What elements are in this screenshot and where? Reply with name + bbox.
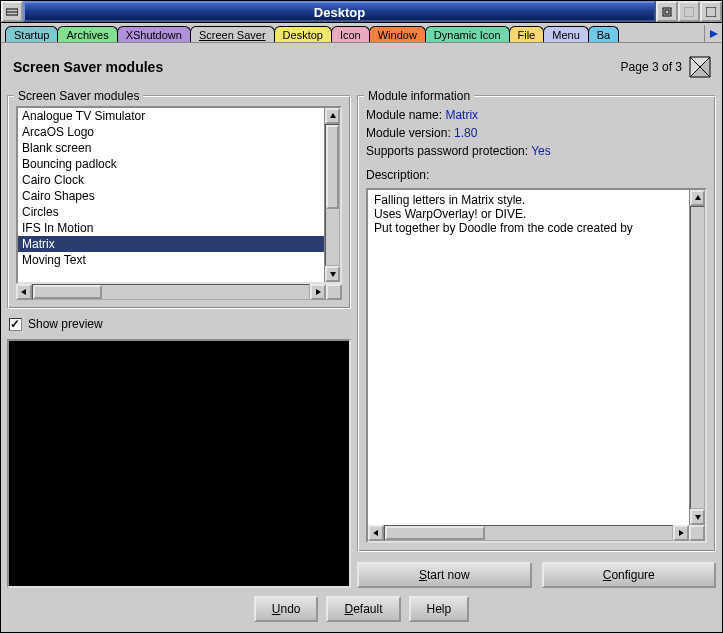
list-item[interactable]: Analogue TV Simulator (18, 108, 324, 124)
svg-marker-11 (330, 272, 336, 277)
preview-area (7, 339, 351, 588)
list-item[interactable]: Blank screen (18, 140, 324, 156)
tab-dynamic-icon[interactable]: Dynamic Icon (425, 26, 510, 42)
tab-ba[interactable]: Ba (588, 26, 619, 42)
arrow-left-icon (20, 288, 28, 296)
show-preview-label: Show preview (28, 317, 103, 331)
minimize-button[interactable] (656, 1, 678, 22)
page-flip-icon[interactable] (688, 55, 712, 79)
tab-scroll-right[interactable] (704, 25, 722, 42)
close-button[interactable] (700, 1, 722, 22)
desc-hscrollbar[interactable] (368, 525, 705, 541)
list-item[interactable]: Cairo Clock (18, 172, 324, 188)
svg-marker-16 (373, 530, 378, 536)
scroll-track[interactable] (690, 206, 705, 509)
hscroll-thumb[interactable] (385, 526, 485, 540)
arrow-up-icon (329, 112, 337, 120)
module-version-label: Module version: (366, 126, 451, 140)
svg-marker-12 (21, 289, 26, 295)
scroll-down-button[interactable] (325, 266, 340, 282)
list-item[interactable]: Matrix (18, 236, 324, 252)
scroll-right-button[interactable] (673, 525, 689, 541)
arrow-right-icon (677, 529, 685, 537)
hscroll-track[interactable] (32, 284, 310, 300)
list-item[interactable]: ArcaOS Logo (18, 124, 324, 140)
scroll-left-button[interactable] (16, 284, 32, 300)
list-item[interactable]: Bouncing padlock (18, 156, 324, 172)
svg-rect-5 (706, 7, 716, 17)
info-group: Module information Module name: Matrix M… (357, 95, 716, 552)
system-menu-icon (6, 7, 18, 17)
list-item[interactable]: Moving Text (18, 252, 324, 268)
tab-row: StartupArchivesXShutdownScreen SaverDesk… (1, 23, 722, 43)
hscroll-thumb[interactable] (33, 285, 102, 299)
help-button[interactable]: Help (409, 596, 470, 622)
modules-vscrollbar[interactable] (324, 108, 340, 282)
list-item[interactable]: Cairo Shapes (18, 188, 324, 204)
action-button-row: Start now Configure (357, 552, 716, 588)
page-indicator: Page 3 of 3 (621, 60, 682, 74)
titlebar: Desktop (1, 1, 722, 23)
tab-desktop[interactable]: Desktop (274, 26, 332, 42)
desc-vscrollbar[interactable] (689, 190, 705, 525)
page-header: Screen Saver modules Page 3 of 3 (7, 49, 716, 89)
module-pwd-label: Supports password protection: (366, 144, 528, 158)
description-label: Description: (366, 166, 707, 184)
description-line: Put together by Doodle from the code cre… (374, 221, 683, 235)
arrow-down-icon (694, 513, 702, 521)
description-line: Falling letters in Matrix style. (374, 193, 683, 207)
tab-menu[interactable]: Menu (543, 26, 589, 42)
module-name-label: Module name: (366, 108, 442, 122)
description-box: Falling letters in Matrix style.Uses War… (366, 188, 707, 543)
dialog-body: Screen Saver modules Page 3 of 3 Screen … (1, 43, 722, 632)
list-item[interactable]: Circles (18, 204, 324, 220)
arrow-right-icon (709, 29, 719, 39)
svg-marker-14 (695, 195, 701, 200)
list-item[interactable]: IFS In Motion (18, 220, 324, 236)
modules-list-content: Analogue TV SimulatorArcaOS LogoBlank sc… (18, 108, 324, 282)
svg-rect-3 (665, 10, 669, 14)
modules-group-label: Screen Saver modules (14, 89, 143, 103)
left-column: Screen Saver modules Analogue TV Simulat… (7, 89, 351, 588)
hscroll-track[interactable] (384, 525, 673, 541)
scroll-right-button[interactable] (310, 284, 326, 300)
svg-marker-17 (679, 530, 684, 536)
start-now-button[interactable]: Start now (357, 562, 532, 588)
minimize-icon (662, 7, 672, 17)
svg-rect-2 (663, 8, 671, 16)
svg-rect-4 (684, 7, 694, 17)
svg-marker-13 (316, 289, 321, 295)
modules-listbox[interactable]: Analogue TV SimulatorArcaOS LogoBlank sc… (16, 106, 342, 284)
tab-screen-saver[interactable]: Screen Saver (190, 26, 275, 43)
undo-button[interactable]: Undo (254, 596, 319, 622)
scroll-up-button[interactable] (325, 108, 340, 124)
system-menu-button[interactable] (1, 1, 23, 22)
tab-file[interactable]: File (509, 26, 545, 42)
module-pwd-value: Yes (531, 144, 551, 158)
scroll-left-button[interactable] (368, 525, 384, 541)
module-name-value: Matrix (445, 108, 478, 122)
default-button[interactable]: Default (326, 596, 400, 622)
modules-hscrollbar[interactable] (16, 284, 342, 300)
module-version-value: 1.80 (454, 126, 477, 140)
scroll-up-button[interactable] (690, 190, 705, 206)
info-group-label: Module information (364, 89, 474, 103)
right-column: Module information Module name: Matrix M… (357, 89, 716, 588)
maximize-button[interactable] (678, 1, 700, 22)
tab-icon[interactable]: Icon (331, 26, 370, 42)
tab-startup[interactable]: Startup (5, 26, 58, 42)
window-title: Desktop (23, 1, 656, 22)
window: Desktop StartupArchivesXShutdownScreen S… (0, 0, 723, 633)
show-preview-row: Show preview (7, 309, 351, 339)
show-preview-checkbox[interactable] (9, 318, 22, 331)
arrow-right-icon (314, 288, 322, 296)
tab-archives[interactable]: Archives (57, 26, 117, 42)
configure-button[interactable]: Configure (542, 562, 717, 588)
close-icon (706, 7, 716, 17)
tab-xshutdown[interactable]: XShutdown (117, 26, 191, 42)
scroll-thumb[interactable] (326, 125, 339, 209)
scroll-down-button[interactable] (690, 509, 705, 525)
scroll-track[interactable] (325, 124, 340, 266)
scroll-corner (326, 284, 342, 300)
tab-window[interactable]: Window (369, 26, 426, 42)
